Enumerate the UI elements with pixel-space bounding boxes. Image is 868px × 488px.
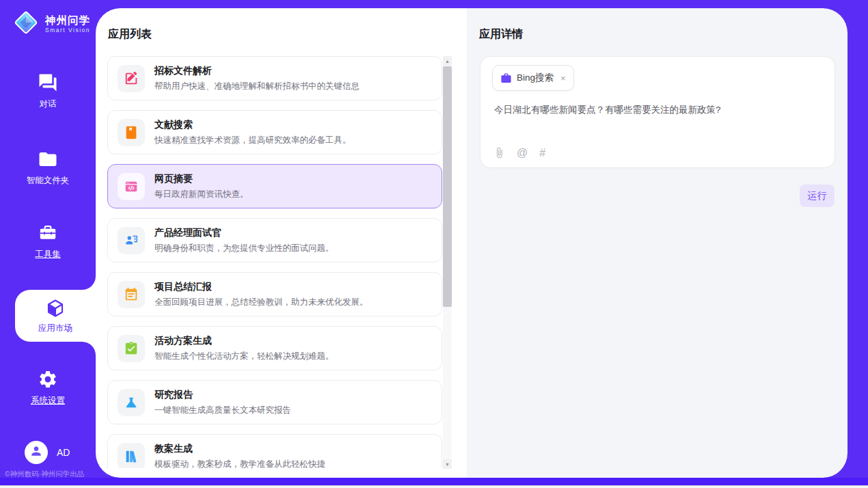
- active-tab-top-fillet: [82, 276, 96, 290]
- chat-icon: [38, 72, 58, 93]
- app-card-title: 招标文件解析: [154, 65, 360, 77]
- attach-icon[interactable]: [493, 147, 505, 159]
- sidebar-item-label: 应用市场: [38, 323, 72, 334]
- app-card-title: 研究报告: [154, 389, 291, 401]
- doc-edit-icon: [118, 65, 145, 92]
- sidebar-item-label: 系统设置: [31, 395, 65, 407]
- app-logo: 神州问学 Smart Vision: [12, 9, 90, 39]
- app-card[interactable]: 文献搜索快速精准查找学术资源，提高研究效率的必备工具。: [107, 110, 442, 154]
- sidebar-item-0[interactable]: 对话: [0, 72, 96, 110]
- app-card-title: 项目总结汇报: [154, 281, 368, 293]
- app-card-title: 产品经理面试官: [154, 227, 334, 239]
- scrollbar[interactable]: ▲ ▼: [443, 56, 452, 469]
- toolbox-icon: [38, 223, 58, 243]
- app-card-title: 教案生成: [154, 443, 325, 455]
- app-card-title: 网页摘要: [154, 173, 249, 185]
- user-account[interactable]: AD: [25, 441, 70, 464]
- app-card-desc: 明确身份和职责，为您提供专业性的面试问题。: [154, 243, 334, 254]
- sidebar-item-4[interactable]: 系统设置: [0, 369, 96, 407]
- chip-close-icon[interactable]: ×: [560, 73, 566, 83]
- sidebar-item-label: 对话: [40, 98, 57, 110]
- sidebar-item-label: 智能文件夹: [27, 175, 70, 187]
- sidebar-item-2[interactable]: 工具集: [0, 223, 96, 260]
- prompt-editor[interactable]: Bing搜索 × 今日湖北有哪些新闻要点？有哪些需要关注的最新政策? @ #: [480, 56, 835, 168]
- app-card[interactable]: 教案生成模板驱动，教案秒成，教学准备从此轻松快捷: [107, 434, 442, 468]
- app-card[interactable]: 项目总结汇报全面回顾项目进展，总结经验教训，助力未来优化发展。: [107, 272, 442, 316]
- user-name: AD: [57, 447, 70, 458]
- browser-code-icon: [118, 173, 145, 200]
- app-card-desc: 帮助用户快速、准确地理解和解析招标书中的关键信息: [154, 81, 360, 92]
- app-detail-title: 应用详情: [479, 27, 523, 42]
- bottom-strip: [0, 485, 868, 488]
- gear-icon: [38, 369, 58, 390]
- briefcase-icon: [500, 72, 512, 84]
- app-card[interactable]: 活动方案生成智能生成个性化活动方案，轻松解决规划难题。: [107, 326, 442, 370]
- cube-icon: [45, 298, 66, 318]
- active-tab-bottom-fillet: [82, 342, 96, 355]
- app-card-desc: 一键智能生成高质量长文本研究报告: [154, 405, 291, 416]
- clipboard-check-icon: [118, 335, 145, 362]
- tool-chip-label: Bing搜索: [517, 72, 554, 84]
- bottom-bar: [0, 478, 868, 485]
- app-card-desc: 智能生成个性化活动方案，轻松解决规划难题。: [154, 351, 334, 362]
- app-window: 神州问学 Smart Vision 对话智能文件夹工具集应用市场系统设置 AD …: [0, 0, 868, 488]
- logo-subtitle: Smart Vision: [45, 27, 90, 33]
- sidebar: 神州问学 Smart Vision 对话智能文件夹工具集应用市场系统设置 AD …: [0, 0, 96, 478]
- book-icon: [118, 119, 145, 146]
- run-button[interactable]: 运行: [800, 185, 835, 207]
- app-card-desc: 模板驱动，教案秒成，教学准备从此轻松快捷: [154, 459, 325, 469]
- sidebar-item-label: 工具集: [35, 249, 61, 260]
- editor-toolbar: @ #: [493, 147, 545, 159]
- mention-icon[interactable]: @: [517, 148, 528, 159]
- app-card-title: 文献搜索: [154, 119, 351, 131]
- scroll-down-button[interactable]: ▼: [443, 459, 452, 469]
- app-card-title: 活动方案生成: [154, 335, 334, 347]
- sidebar-item-3[interactable]: 应用市场: [15, 290, 96, 342]
- hash-icon[interactable]: #: [539, 148, 545, 159]
- interviewer-icon: [118, 227, 145, 254]
- logo-diamond-icon: [12, 9, 40, 39]
- person-icon: [29, 444, 43, 461]
- books-icon: [118, 443, 145, 469]
- app-card-desc: 全面回顾项目进展，总结经验教训，助力未来优化发展。: [154, 297, 368, 308]
- app-list-panel: 应用列表 招标文件解析帮助用户快速、准确地理解和解析招标书中的关键信息文献搜索快…: [96, 8, 467, 478]
- logo-title: 神州问学: [45, 14, 90, 26]
- main-content: 应用列表 招标文件解析帮助用户快速、准确地理解和解析招标书中的关键信息文献搜索快…: [96, 8, 847, 478]
- app-detail-panel: 应用详情 Bing搜索 × 今日湖北有哪些新闻要点？有哪些需要关注的最新政策? …: [467, 8, 847, 478]
- folder-icon: [38, 149, 58, 170]
- app-card-desc: 每日政府新闻资讯快查。: [154, 189, 249, 200]
- avatar: [25, 441, 48, 464]
- prompt-input[interactable]: 今日湖北有哪些新闻要点？有哪些需要关注的最新政策?: [494, 103, 821, 117]
- app-card-list: 招标文件解析帮助用户快速、准确地理解和解析招标书中的关键信息文献搜索快速精准查找…: [107, 56, 442, 468]
- sidebar-item-1[interactable]: 智能文件夹: [0, 149, 96, 187]
- app-card[interactable]: 网页摘要每日政府新闻资讯快查。: [107, 164, 442, 208]
- app-card-desc: 快速精准查找学术资源，提高研究效率的必备工具。: [154, 135, 351, 146]
- scroll-up-button[interactable]: ▲: [443, 56, 452, 66]
- app-card[interactable]: 产品经理面试官明确身份和职责，为您提供专业性的面试问题。: [107, 218, 442, 262]
- app-list-title: 应用列表: [108, 27, 152, 42]
- app-card[interactable]: 招标文件解析帮助用户快速、准确地理解和解析招标书中的关键信息: [107, 56, 442, 100]
- app-card[interactable]: 研究报告一键智能生成高质量长文本研究报告: [107, 380, 442, 424]
- tool-chip-bing-search[interactable]: Bing搜索 ×: [492, 65, 574, 91]
- scrollbar-thumb[interactable]: [443, 66, 452, 307]
- research-icon: [118, 389, 145, 416]
- report-calendar-icon: [118, 281, 145, 308]
